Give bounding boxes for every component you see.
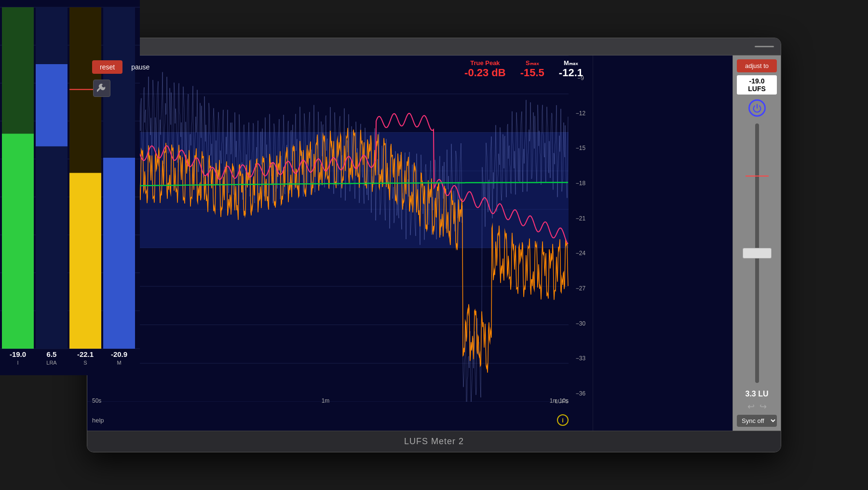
x-label-1m: 1m	[322, 397, 330, 404]
meters-panel	[593, 55, 732, 431]
info-icon[interactable]: i	[557, 414, 569, 426]
graph-top-info: True Peak -0.23 dB Sₘₐₓ -15.5 Mₘₐₓ -12.1	[464, 59, 583, 79]
y-label-36: −36	[569, 390, 593, 397]
smax-value: -15.5	[520, 67, 544, 79]
smax-label: Sₘₐₓ	[520, 59, 544, 67]
pause-button[interactable]: pause	[127, 60, 153, 74]
graph-area: reset pause True Peak -0.23 dB Sₘₐₓ -15.…	[87, 55, 593, 431]
undo-button[interactable]: ↩	[747, 401, 755, 412]
power-icon	[752, 103, 762, 113]
app-title: LUFS Meter 2	[404, 436, 464, 447]
waveform-canvas	[87, 55, 569, 402]
y-label-21: −21	[569, 215, 593, 222]
gain-slider-thumb[interactable]	[743, 248, 772, 259]
settings-button[interactable]	[93, 80, 110, 97]
window-frame: reset pause True Peak -0.23 dB Sₘₐₓ -15.…	[87, 38, 781, 452]
true-peak-display: True Peak -0.23 dB	[464, 59, 506, 79]
x-axis: 50s 1m 1m 10s	[92, 397, 569, 404]
adjust-to-button[interactable]: adjust to	[737, 59, 777, 72]
graph-controls: reset pause	[92, 60, 153, 74]
y-label-27: −27	[569, 285, 593, 292]
lu-value-display: 3.3 LU	[745, 390, 768, 398]
lufs-target-display: -19.0 LUFS	[737, 75, 777, 95]
y-label-30: −30	[569, 320, 593, 327]
power-button[interactable]	[748, 99, 766, 117]
title-bar	[87, 38, 781, 55]
sync-selector[interactable]: Sync off Sync on	[737, 415, 777, 427]
main-content: reset pause True Peak -0.23 dB Sₘₐₓ -15.…	[87, 55, 781, 431]
graph-bottom: help i	[92, 414, 569, 426]
mmax-value: -12.1	[559, 67, 583, 79]
redo-button[interactable]: ↪	[760, 401, 767, 412]
y-label-18: −18	[569, 180, 593, 187]
peak-line-indicator	[746, 176, 769, 177]
gain-slider-track[interactable]	[755, 123, 759, 383]
reset-button[interactable]: reset	[92, 60, 122, 74]
y-label-12: −12	[569, 110, 593, 117]
help-text[interactable]: help	[92, 417, 104, 424]
bottom-title-bar: LUFS Meter 2	[87, 431, 781, 452]
smax-display: Sₘₐₓ -15.5	[520, 59, 544, 79]
true-peak-label: True Peak	[464, 59, 506, 67]
mmax-label: Mₘₐₓ	[559, 59, 583, 67]
y-label-24: −24	[569, 250, 593, 257]
title-bar-control	[755, 46, 774, 47]
mmax-display: Mₘₐₓ -12.1	[559, 59, 583, 79]
y-axis: −9 −12 −15 −18 −21 −24 −27 −30 −33 −36	[569, 55, 593, 402]
x-label-50s: 50s	[92, 397, 101, 404]
wrench-icon	[97, 83, 107, 93]
undo-redo-controls: ↩ ↪	[747, 401, 767, 412]
x-label-1m10s: 1m 10s	[550, 397, 569, 404]
true-peak-value: -0.23 dB	[464, 67, 506, 79]
y-label-15: −15	[569, 145, 593, 151]
y-label-33: −33	[569, 355, 593, 362]
control-panel: adjust to -19.0 LUFS 3.3 LU ↩ ↪ Sync off…	[732, 55, 781, 431]
